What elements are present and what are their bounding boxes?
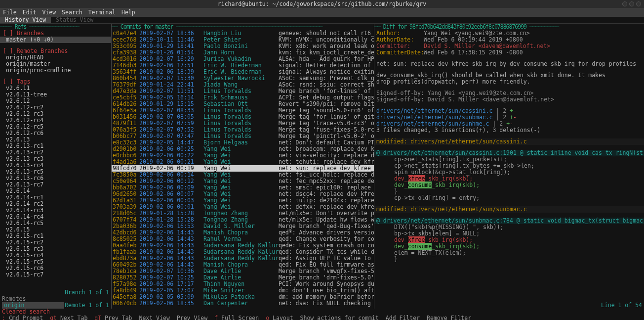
commit-subject: dm: don't use bio_trim() afterall <box>279 287 374 294</box>
ref-item[interactable]: origin/proc-cmdline <box>0 67 111 74</box>
help-item: Add Filter <box>386 315 420 320</box>
commit-subject: net: tehuti: replace dev_kfree_sk <box>279 159 374 165</box>
window-controls <box>622 0 641 6</box>
diff-add: dev_consume_skb_irq(skb); <box>374 182 644 188</box>
commit-author: Yang Wei <box>203 172 279 178</box>
commit-author: Yang Wei <box>203 178 279 184</box>
commit-author: Paolo Bonzini <box>203 43 279 49</box>
tab-bar: History ViewStatus View <box>0 17 644 24</box>
diff-pane[interactable]: ── Diff for 98fcd70b642dd843f80c92eeb6f8… <box>374 24 644 309</box>
commit-subject: net: dsa: Fix NULL checking in ds <box>279 300 374 307</box>
commit-subject: Revert "s390/pci: remove bit_lock <box>279 101 374 107</box>
menu-help[interactable]: Help <box>121 9 135 16</box>
help-item: Next View <box>139 315 170 320</box>
commit-author: Dave Airlie <box>203 274 279 281</box>
remote-status: Remote 1 of 1 <box>65 302 109 309</box>
tab-history-view[interactable]: History View <box>0 17 51 23</box>
commit-author: Yang Wei <box>203 165 279 172</box>
remote-origin[interactable]: origin <box>2 302 64 309</box>
branch-status: Branch 1 of 1 <box>65 289 109 296</box>
refs-pane[interactable]: ──── Refs ───────────────── [ ] Branches… <box>0 24 112 309</box>
diff-sign-1: Signed-off-by: David S. Miller <davem@da… <box>374 96 644 103</box>
commit-author: Linus Torvalds <box>203 114 279 120</box>
commit-subject: qed: Consider TX tcs while derivi <box>279 249 374 255</box>
commit-subject: net/mlx5e: Update hw flows when e <box>279 217 374 223</box>
help-item: o Layout <box>266 315 293 320</box>
commit-author: Linus Torvalds <box>203 107 279 114</box>
diff-mod: modified: drivers/net/ethernet/sun/cassi… <box>374 138 644 145</box>
window-title: richard@ubuntu: ~/code/goworkspace/src/g… <box>218 0 426 7</box>
commit-subject: net: defxx: replace dev_kfree_skb <box>279 204 374 210</box>
commit-subject: ASoC: samsung: Prevent clk_get_ra <box>279 75 374 82</box>
menu-edit[interactable]: Edit <box>23 9 37 16</box>
commit-subject: geneve: should not call rt6_looku <box>279 30 374 37</box>
menu-file[interactable]: File <box>3 9 17 16</box>
commit-subject: ALSA: hda - Add quirk for HP Elit <box>279 56 374 62</box>
commit-subject: qed*: Advance drivers version to <box>279 229 374 236</box>
commit-date: 2019-02-06 18:35 <box>139 300 203 307</box>
commit-subject: Merge branch 'drm-fixes-5.0' of g <box>279 274 374 281</box>
commit-author: Sylwester Nawrocki <box>203 75 279 82</box>
commit-author: Yang Wei <box>203 197 279 204</box>
menu-search[interactable]: Search <box>62 9 82 16</box>
diff-author-val: Yang Wei <yang.wei9@zte.com.cn> <box>424 30 530 37</box>
commit-subject: KVM: nVMX: unconditionally cancel <box>279 37 374 43</box>
commit-author: Thinh Nguyen <box>203 281 279 287</box>
ref-item[interactable]: master (↑0 ↓0) <box>0 37 111 43</box>
commit-subject: Merge branch 'vmwgfx-fixes-5.0-2' <box>279 268 374 274</box>
commit-subject: net: sun: replace dev_kfree_skb_i <box>279 165 374 172</box>
commit-subject: Merge tag 'fuse-fixes-5.0-rc6' of <box>279 127 374 133</box>
help-bar: : Cmd Promptgt Next TabgT Prev Tab Next … <box>0 315 644 320</box>
menubar: FileEditViewSearchTerminalHelp <box>0 8 644 17</box>
diff-authordate-val: Wed Feb 6 00:19:44 2019 +0800 <box>424 36 523 43</box>
diff-summary: 3 files changed, 3 insertions(+), 3 dele… <box>374 127 644 134</box>
menu-view[interactable]: View <box>42 9 56 16</box>
help-item: Prev View <box>177 315 207 320</box>
close-icon[interactable] <box>636 1 641 6</box>
menu-terminal[interactable]: Terminal <box>88 9 116 16</box>
diff-committerdate-key: CommitterDate: <box>374 49 424 56</box>
commit-subject: signal: Always notice exiting tas <box>279 69 374 75</box>
maximize-icon[interactable] <box>629 1 634 6</box>
commit-author: Erik Schmauss <box>203 94 279 101</box>
diff-mod: modified: drivers/net/ethernet/sun/sunbm… <box>374 206 644 213</box>
diff-line-status: Line 1 of 54 <box>601 302 642 309</box>
commit-subject: KVM: x86: work around leak of uni <box>279 43 374 49</box>
commit-subject: net: dscc4: replace dev_kfree_skb <box>279 191 374 197</box>
commit-row[interactable]: 00670cb 2019-02-06 18:35 Dan Carpenter n… <box>112 300 374 307</box>
commit-subject: ASoC: rsnd: ssiu: correct shift b <box>279 82 374 88</box>
commit-author: Jiada Wang <box>203 82 279 88</box>
commit-author: Linus Torvalds <box>203 127 279 133</box>
commit-author: Manish Chopra <box>203 262 279 268</box>
diff-subject: net: sun: replace dev_kfree_skb_irq by d… <box>374 61 644 67</box>
commit-subject: Merge tag 'sound-5.0-rc6' of git: <box>279 107 374 114</box>
commit-author: Dave Airlie <box>203 268 279 274</box>
minimize-icon[interactable] <box>622 1 627 6</box>
commits-pane[interactable]: ── Commits for master ──────────────────… <box>112 24 374 309</box>
commit-subject: Merge branch 'qed-Bug-fixes' <box>279 223 374 229</box>
commit-subject: net: Don't default Cavium PTP dri <box>279 139 374 146</box>
commit-author: Mikulas Patocka <box>203 294 279 300</box>
commit-author: Yang Wei <box>203 146 279 152</box>
commit-subject: net: broadcom: replace dev_kfree_ <box>279 146 374 152</box>
help-item: f Full Screen <box>214 315 259 320</box>
commit-subject: Merge tag 'trace-v5.0-rc3' of git <box>279 120 374 127</box>
commit-author: Linus Torvalds <box>203 133 279 139</box>
commit-author: Eric W. Biederman <box>203 62 279 69</box>
tab-status-view[interactable]: Status View <box>51 17 98 23</box>
commit-subject: qede: Fix system crash on configu <box>279 242 374 249</box>
commit-author: Bjorn Helgaas <box>203 139 279 146</box>
commit-subject: kvm: fix kvm_ioctl_create_device( <box>279 49 374 56</box>
diff-ctx: elem = NEXT_TX(elem); <box>374 250 644 256</box>
commit-author: Yang Wei <box>203 159 279 165</box>
commit-author: Sudarsana Reddy Kalluru <box>203 255 279 262</box>
commit-author: Jann Horn <box>203 49 279 56</box>
commit-author: Dan Carpenter <box>203 300 279 307</box>
commit-author: Tonghao Zhang <box>203 210 279 217</box>
ref-item[interactable]: v2.6.15-rc7 <box>0 272 111 278</box>
diff-body-1: drop profiles(dropwatch, perf) more frie… <box>374 79 644 85</box>
diff-committer-val: David S. Miller <davem@davemloft.net> <box>424 43 550 49</box>
diff-ctx: cp->tx_old[ring] = entry; <box>374 195 644 201</box>
window-titlebar: richard@ubuntu: ~/code/goworkspace/src/g… <box>0 0 644 8</box>
commit-author: Jurica Vukadin <box>203 56 279 62</box>
